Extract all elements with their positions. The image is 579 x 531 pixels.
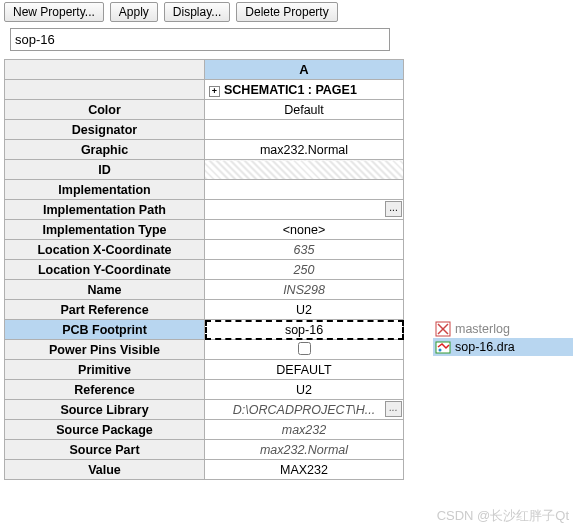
section-header-text: SCHEMATIC1 : PAGE1 — [224, 83, 357, 97]
cell-value[interactable]: MAX232 — [205, 460, 404, 480]
row-head[interactable]: Color — [5, 100, 205, 120]
expand-icon[interactable]: + — [209, 86, 220, 97]
grid-corner[interactable] — [5, 60, 205, 80]
row-head[interactable]: Source Package — [5, 420, 205, 440]
watermark: CSDN @长沙红胖子Qt — [437, 507, 569, 525]
cell-value[interactable]: Default — [205, 100, 404, 120]
cell-value[interactable]: sop-16 — [205, 320, 404, 340]
cell-value[interactable]: U2 — [205, 300, 404, 320]
filter-row — [0, 24, 579, 59]
row-head[interactable]: Source Part — [5, 440, 205, 460]
row-head[interactable]: Name — [5, 280, 205, 300]
power-pins-checkbox[interactable] — [298, 342, 311, 355]
file-label: sop-16.dra — [455, 340, 515, 354]
row-head[interactable]: Implementation Type — [5, 220, 205, 240]
ellipsis-button[interactable]: ... — [385, 401, 402, 417]
cell-value[interactable]: max232.Normal — [205, 140, 404, 160]
cell-value[interactable]: 635 — [205, 240, 404, 260]
cell-value[interactable]: 250 — [205, 260, 404, 280]
column-header-a[interactable]: A — [205, 60, 404, 80]
cell-value[interactable] — [205, 120, 404, 140]
row-head[interactable]: ID — [5, 160, 205, 180]
row-head[interactable]: Designator — [5, 120, 205, 140]
cell-value[interactable]: max232 — [205, 420, 404, 440]
row-head[interactable]: Implementation Path — [5, 200, 205, 220]
svg-point-4 — [439, 349, 442, 352]
cell-value[interactable]: INS298 — [205, 280, 404, 300]
new-property-button[interactable]: New Property... — [4, 2, 104, 22]
file-item-sop16[interactable]: sop-16.dra — [433, 338, 573, 356]
file-item-masterlog[interactable]: masterlog — [433, 320, 573, 338]
row-head[interactable]: Part Reference — [5, 300, 205, 320]
cell-value[interactable]: ... — [205, 200, 404, 220]
section-header[interactable]: +SCHEMATIC1 : PAGE1 — [205, 80, 404, 100]
delete-property-button[interactable]: Delete Property — [236, 2, 337, 22]
filter-input[interactable] — [10, 28, 390, 51]
file-label: masterlog — [455, 322, 510, 336]
cell-value[interactable] — [205, 180, 404, 200]
row-head[interactable]: Primitive — [5, 360, 205, 380]
file-icon — [435, 321, 451, 337]
cell-value[interactable] — [205, 160, 404, 180]
file-list: masterlog sop-16.dra — [433, 320, 573, 356]
row-head[interactable]: Power Pins Visible — [5, 340, 205, 360]
property-grid: A +SCHEMATIC1 : PAGE1 ColorDefaultDesign… — [4, 59, 404, 480]
row-head-blank[interactable] — [5, 80, 205, 100]
ellipsis-button[interactable]: ... — [385, 201, 402, 217]
row-head[interactable]: Location Y-Coordinate — [5, 260, 205, 280]
row-head[interactable]: Graphic — [5, 140, 205, 160]
cell-value[interactable]: <none> — [205, 220, 404, 240]
row-head[interactable]: Location X-Coordinate — [5, 240, 205, 260]
apply-button[interactable]: Apply — [110, 2, 158, 22]
toolbar: New Property... Apply Display... Delete … — [0, 0, 579, 24]
dra-file-icon — [435, 339, 451, 355]
display-button[interactable]: Display... — [164, 2, 230, 22]
svg-rect-3 — [436, 342, 450, 353]
row-head[interactable]: Implementation — [5, 180, 205, 200]
row-head[interactable]: PCB Footprint — [5, 320, 205, 340]
row-head[interactable]: Value — [5, 460, 205, 480]
cell-value[interactable]: U2 — [205, 380, 404, 400]
row-head[interactable]: Reference — [5, 380, 205, 400]
cell-value[interactable] — [205, 340, 404, 360]
cell-value[interactable]: D:\ORCADPROJECT\H...... — [205, 400, 404, 420]
cell-value[interactable]: max232.Normal — [205, 440, 404, 460]
row-head[interactable]: Source Library — [5, 400, 205, 420]
cell-value[interactable]: DEFAULT — [205, 360, 404, 380]
